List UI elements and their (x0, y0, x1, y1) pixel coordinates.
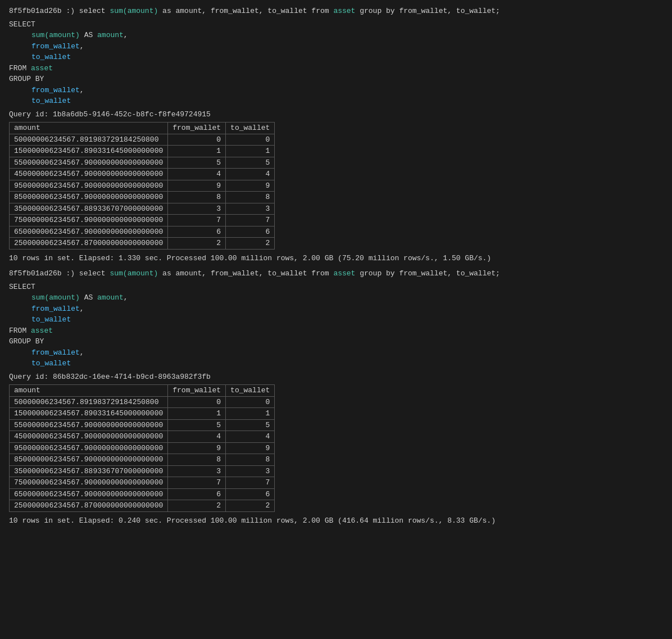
table-cell-6-1: 3 (168, 203, 226, 215)
table-cell-8-2: 6 (226, 488, 275, 500)
sql-block-1: SELECTsum(amount) AS amount,from_wallet,… (9, 282, 663, 369)
table-row: 750000006234567.90000000000000000077 (10, 215, 275, 226)
command-text-0: select sum(amount) as amount, from_walle… (79, 7, 500, 15)
table-row: 650000006234567.90000000000000000066 (10, 488, 275, 500)
table-cell-3-1: 4 (168, 431, 226, 443)
table-row: 150000006234567.89033164500000000011 (10, 146, 275, 157)
sql-block-0: SELECTsum(amount) AS amount,from_wallet,… (9, 19, 663, 107)
from-line-0: FROM asset (9, 63, 663, 74)
table-row: 450000006234567.90000000000000000044 (10, 431, 275, 443)
table-wrapper-1: amountfrom_walletto_wallet50000006234567… (9, 384, 663, 512)
table-cell-7-0: 750000006234567.900000000000000000 (10, 477, 168, 489)
table-cell-5-0: 850000006234567.900000000000000000 (10, 192, 168, 203)
select-keyword-1: SELECT (9, 282, 663, 293)
col-header-amount: amount (10, 123, 168, 134)
col-header-to_wallet: to_wallet (226, 123, 275, 134)
table-cell-1-2: 1 (226, 146, 275, 157)
table-cell-2-0: 550000006234567.900000000000000000 (10, 157, 168, 169)
table-row: 850000006234567.90000000000000000088 (10, 454, 275, 466)
col-header-to_wallet: to_wallet (226, 385, 275, 397)
table-cell-2-0: 550000006234567.900000000000000000 (10, 419, 168, 431)
table-cell-0-2: 0 (226, 134, 275, 146)
table-row: 850000006234567.90000000000000000088 (10, 192, 275, 203)
table-cell-0-1: 0 (168, 396, 226, 408)
table-cell-9-1: 2 (168, 500, 226, 512)
table-cell-0-0: 50000006234567.891983729184250800 (10, 134, 168, 146)
select-keyword-0: SELECT (9, 19, 663, 30)
table-cell-7-1: 7 (168, 215, 226, 226)
table-row: 250000006234567.87000000000000000022 (10, 238, 275, 250)
table-cell-8-2: 6 (226, 226, 275, 238)
table-cell-2-2: 5 (226, 419, 275, 431)
table-cell-8-0: 650000006234567.900000000000000000 (10, 226, 168, 238)
table-cell-8-1: 6 (168, 226, 226, 238)
prompt-1: 8f5fb01ad26b :) (9, 269, 79, 278)
table-cell-6-0: 350000006234567.889336707000000000 (10, 465, 168, 477)
table-cell-3-1: 4 (168, 169, 226, 180)
terminal: 8f5fb01ad26b :) select sum(amount) as am… (9, 6, 663, 526)
from-wallet-group-0: from_wallet, (9, 85, 663, 96)
result-table-0: amountfrom_walletto_wallet50000006234567… (9, 122, 275, 250)
table-row: 950000006234567.90000000000000000099 (10, 180, 275, 192)
table-cell-7-2: 7 (226, 215, 275, 226)
table-cell-6-2: 3 (226, 465, 275, 477)
table-row: 350000006234567.88933670700000000033 (10, 203, 275, 215)
table-cell-4-2: 9 (226, 180, 275, 192)
table-cell-1-1: 1 (168, 408, 226, 420)
to-wallet-select-0: to_wallet (9, 52, 663, 63)
table-cell-1-0: 150000006234567.890331645000000000 (10, 146, 168, 157)
from-wallet-select-1: from_wallet, (9, 303, 663, 315)
table-row: 550000006234567.90000000000000000055 (10, 157, 275, 169)
table-cell-5-2: 8 (226, 192, 275, 203)
table-cell-4-1: 9 (168, 442, 226, 454)
table-row: 950000006234567.90000000000000000099 (10, 442, 275, 454)
table-cell-4-1: 9 (168, 180, 226, 192)
table-row: 650000006234567.90000000000000000066 (10, 226, 275, 238)
sum-line-0: sum(amount) AS amount, (9, 30, 663, 41)
table-cell-7-1: 7 (168, 477, 226, 489)
table-cell-9-1: 2 (168, 238, 226, 250)
table-row: 50000006234567.89198372918425080000 (10, 396, 275, 408)
group-by-line-0: GROUP BY (9, 74, 663, 85)
table-cell-3-0: 450000006234567.900000000000000000 (10, 431, 168, 443)
table-cell-6-2: 3 (226, 203, 275, 215)
prompt-0: 8f5fb01ad26b :) (9, 7, 79, 15)
table-row: 450000006234567.90000000000000000044 (10, 169, 275, 180)
query-id-0: Query id: 1b8a6db5-9146-452c-b8fc-f8fe49… (9, 109, 663, 120)
table-cell-1-0: 150000006234567.890331645000000000 (10, 408, 168, 420)
query-id-1: Query id: 86b832dc-16ee-4714-b9cd-8963a9… (9, 371, 663, 383)
from-wallet-select-0: from_wallet, (9, 41, 663, 52)
table-cell-4-0: 950000006234567.900000000000000000 (10, 442, 168, 454)
table-row: 50000006234567.89198372918425080000 (10, 134, 275, 146)
table-cell-9-2: 2 (226, 500, 275, 512)
table-cell-2-1: 5 (168, 157, 226, 169)
table-row: 150000006234567.89033164500000000011 (10, 408, 275, 420)
table-row: 750000006234567.90000000000000000077 (10, 477, 275, 489)
table-cell-2-2: 5 (226, 157, 275, 169)
to-wallet-group-0: to_wallet (9, 96, 663, 107)
table-cell-9-0: 250000006234567.870000000000000000 (10, 238, 168, 250)
table-cell-9-2: 2 (226, 238, 275, 250)
to-wallet-select-1: to_wallet (9, 314, 663, 325)
table-cell-6-0: 350000006234567.889336707000000000 (10, 203, 168, 215)
stats-0: 10 rows in set. Elapsed: 1.330 sec. Proc… (9, 253, 663, 264)
table-cell-5-2: 8 (226, 454, 275, 466)
col-header-from_wallet: from_wallet (168, 385, 226, 397)
table-cell-4-2: 9 (226, 442, 275, 454)
table-cell-2-1: 5 (168, 419, 226, 431)
table-cell-0-1: 0 (168, 134, 226, 146)
table-cell-4-0: 950000006234567.900000000000000000 (10, 180, 168, 192)
table-row: 550000006234567.90000000000000000055 (10, 419, 275, 431)
table-cell-5-1: 8 (168, 454, 226, 466)
table-cell-8-0: 650000006234567.900000000000000000 (10, 488, 168, 500)
table-cell-1-1: 1 (168, 146, 226, 157)
table-row: 250000006234567.87000000000000000022 (10, 500, 275, 512)
table-cell-6-1: 3 (168, 465, 226, 477)
table-cell-7-2: 7 (226, 477, 275, 489)
to-wallet-group-1: to_wallet (9, 358, 663, 369)
table-cell-3-0: 450000006234567.900000000000000000 (10, 169, 168, 180)
result-table-1: amountfrom_walletto_wallet50000006234567… (9, 384, 275, 512)
from-line-1: FROM asset (9, 325, 663, 337)
group-by-line-1: GROUP BY (9, 336, 663, 347)
col-header-amount: amount (10, 385, 168, 397)
